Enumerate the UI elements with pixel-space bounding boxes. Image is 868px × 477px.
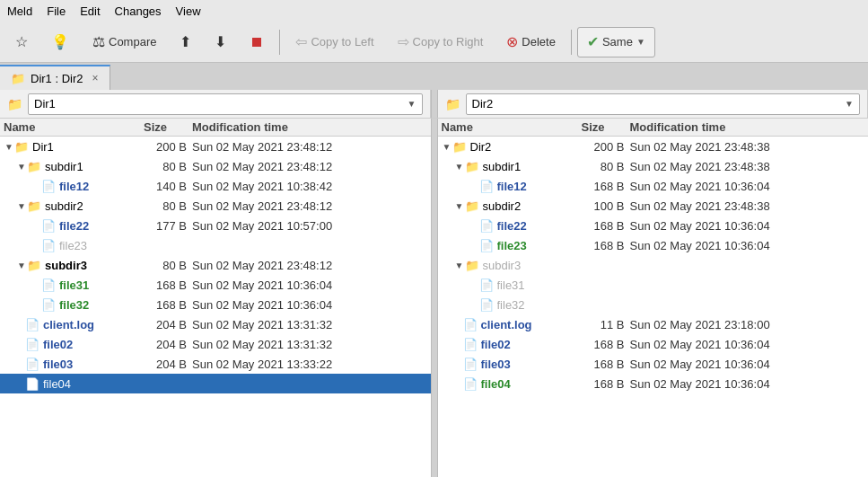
compare-button[interactable]: ⚖ Compare bbox=[83, 27, 166, 57]
file-mtime: Sun 02 May 2021 10:36:04 bbox=[630, 338, 869, 351]
expand-arrow: ▼ bbox=[454, 260, 465, 270]
file-size: 168 B bbox=[582, 219, 630, 233]
file-icon: 📄 bbox=[479, 218, 494, 233]
file-name: client.log bbox=[481, 318, 532, 331]
list-item[interactable]: 📄 file04 bbox=[0, 374, 431, 393]
pane-headers: 📁 Dir1 ▼ 📁 Dir2 ▼ bbox=[0, 90, 868, 119]
menu-file[interactable]: File bbox=[47, 4, 66, 18]
right-file-pane[interactable]: Name Size Modification time ▼ 📁 Dir2 200… bbox=[438, 119, 869, 477]
list-item[interactable]: 📄 file32 bbox=[438, 295, 869, 314]
right-folder-icon: 📁 bbox=[445, 97, 460, 111]
file-name: file31 bbox=[59, 278, 89, 292]
file-name: file32 bbox=[59, 298, 89, 312]
copy-left-button[interactable]: ⇦ Copy to Left bbox=[285, 27, 383, 57]
tab-close-button[interactable]: × bbox=[92, 72, 99, 84]
menu-meld[interactable]: Meld bbox=[7, 4, 32, 18]
file-icon: 📄 bbox=[479, 278, 494, 292]
left-pane-select[interactable]: Dir1 ▼ bbox=[28, 93, 423, 115]
hint-button[interactable]: 💡 bbox=[41, 27, 79, 57]
copy-right-button[interactable]: ⇨ Copy to Right bbox=[388, 27, 494, 57]
expand-arrow bbox=[31, 240, 41, 251]
expand-arrow bbox=[31, 181, 41, 191]
folder-icon: 📁 bbox=[27, 159, 41, 173]
file-icon: 📄 bbox=[25, 317, 39, 331]
expand-arrow bbox=[452, 339, 463, 349]
menu-changes[interactable]: Changes bbox=[115, 4, 162, 18]
list-item[interactable]: 📄 file23 bbox=[0, 235, 431, 255]
same-button[interactable]: ✔ Same ▼ bbox=[577, 27, 655, 57]
list-item[interactable]: ▼ 📁 subdir2 80 B Sun 02 May 2021 23:48:1… bbox=[0, 196, 431, 216]
expand-arrow bbox=[469, 299, 479, 310]
delete-button[interactable]: ⊗ Delete bbox=[496, 27, 566, 57]
list-item[interactable]: 📄 file03 204 B Sun 02 May 2021 13:33:22 bbox=[0, 354, 431, 374]
menu-edit[interactable]: Edit bbox=[80, 4, 100, 18]
left-pane-dropdown-arrow: ▼ bbox=[408, 99, 416, 109]
tabbar: 📁 Dir1 : Dir2 × bbox=[0, 63, 868, 90]
list-item[interactable]: 📄 file02 168 B Sun 02 May 2021 10:36:04 bbox=[438, 334, 869, 354]
right-col-size: Size bbox=[582, 120, 630, 134]
expand-arrow bbox=[31, 279, 41, 290]
file-mtime: Sun 02 May 2021 23:48:12 bbox=[192, 259, 431, 272]
list-item[interactable]: 📄 file23 168 B Sun 02 May 2021 10:36:04 bbox=[438, 235, 869, 255]
file-icon: 📄 bbox=[41, 218, 56, 233]
expand-arrow: ▼ bbox=[4, 141, 14, 152]
expand-arrow bbox=[469, 279, 479, 290]
file-size: 200 B bbox=[144, 140, 192, 154]
tab-dir1-dir2[interactable]: 📁 Dir1 : Dir2 × bbox=[0, 65, 110, 90]
menubar: Meld File Edit Changes View bbox=[0, 0, 868, 22]
file-size: 168 B bbox=[144, 298, 192, 312]
file-size: 204 B bbox=[144, 318, 192, 331]
list-item[interactable]: ▼ 📁 subdir3 80 B Sun 02 May 2021 23:48:1… bbox=[0, 255, 431, 275]
list-item[interactable]: 📄 file22 168 B Sun 02 May 2021 10:36:04 bbox=[438, 216, 869, 235]
expand-arrow: ▼ bbox=[16, 200, 27, 211]
list-item[interactable]: ▼ 📁 Dir2 200 B Sun 02 May 2021 23:48:38 bbox=[438, 137, 869, 156]
list-item[interactable]: ▼ 📁 subdir1 80 B Sun 02 May 2021 23:48:1… bbox=[0, 156, 431, 176]
file-icon: 📄 bbox=[479, 238, 494, 252]
left-file-pane[interactable]: Name Size Modification time ▼ 📁 Dir1 200… bbox=[0, 119, 431, 477]
bookmark-button[interactable]: ☆ bbox=[5, 27, 38, 57]
file-icon: 📄 bbox=[463, 317, 478, 331]
list-item[interactable]: 📄 file31 168 B Sun 02 May 2021 10:36:04 bbox=[0, 275, 431, 295]
pane-header-divider bbox=[431, 90, 438, 118]
list-item[interactable]: ▼ 📁 subdir1 80 B Sun 02 May 2021 23:48:3… bbox=[438, 156, 869, 176]
file-name: Dir2 bbox=[470, 140, 492, 154]
list-item[interactable]: 📄 client.log 204 B Sun 02 May 2021 13:31… bbox=[0, 314, 431, 334]
expand-arrow: ▼ bbox=[16, 260, 27, 270]
list-item[interactable]: 📄 file03 168 B Sun 02 May 2021 10:36:04 bbox=[438, 354, 869, 374]
list-item[interactable]: 📄 file12 140 B Sun 02 May 2021 10:38:42 bbox=[0, 176, 431, 196]
delete-label: Delete bbox=[522, 35, 556, 49]
list-item[interactable]: 📄 file12 168 B Sun 02 May 2021 10:36:04 bbox=[438, 176, 869, 196]
file-name: file31 bbox=[497, 278, 525, 292]
list-item[interactable]: 📄 client.log 11 B Sun 02 May 2021 23:18:… bbox=[438, 314, 869, 334]
file-size: 204 B bbox=[144, 358, 192, 371]
list-item[interactable]: 📄 file02 204 B Sun 02 May 2021 13:31:32 bbox=[0, 334, 431, 354]
list-item[interactable]: 📄 file04 168 B Sun 02 May 2021 10:36:04 bbox=[438, 374, 869, 393]
list-item[interactable]: 📄 file31 bbox=[438, 275, 869, 295]
tab-folder-icon: 📁 bbox=[11, 72, 25, 85]
compare-label: Compare bbox=[109, 35, 156, 49]
file-mtime: Sun 02 May 2021 23:48:38 bbox=[630, 140, 869, 154]
list-item[interactable]: 📄 file32 168 B Sun 02 May 2021 10:36:04 bbox=[0, 295, 431, 314]
file-size: 140 B bbox=[144, 180, 192, 193]
right-pane-select[interactable]: Dir2 ▼ bbox=[466, 93, 861, 115]
copy-right-label: Copy to Right bbox=[413, 35, 484, 49]
file-icon: 📄 bbox=[41, 179, 56, 193]
file-mtime: Sun 02 May 2021 10:36:04 bbox=[630, 219, 869, 233]
right-col-header: Name Size Modification time bbox=[438, 119, 869, 137]
expand-arrow: ▼ bbox=[16, 161, 27, 172]
list-item[interactable]: ▼ 📁 subdir3 bbox=[438, 255, 869, 275]
file-name: file23 bbox=[59, 239, 87, 252]
expand-arrow bbox=[469, 181, 479, 191]
list-item[interactable]: ▼ 📁 Dir1 200 B Sun 02 May 2021 23:48:12 bbox=[0, 137, 431, 156]
menu-view[interactable]: View bbox=[176, 4, 201, 18]
left-col-size: Size bbox=[144, 120, 192, 134]
file-panes: Name Size Modification time ▼ 📁 Dir1 200… bbox=[0, 119, 868, 477]
list-item[interactable]: 📄 file22 177 B Sun 02 May 2021 10:57:00 bbox=[0, 216, 431, 235]
file-mtime: Sun 02 May 2021 10:36:04 bbox=[192, 298, 431, 312]
stop-button[interactable]: ⏹ bbox=[240, 27, 274, 57]
file-mtime: Sun 02 May 2021 10:38:42 bbox=[192, 180, 431, 193]
up-button[interactable]: ⬆ bbox=[170, 27, 201, 57]
tab-label: Dir1 : Dir2 bbox=[31, 72, 83, 85]
list-item[interactable]: ▼ 📁 subdir2 100 B Sun 02 May 2021 23:48:… bbox=[438, 196, 869, 216]
down-button[interactable]: ⬇ bbox=[205, 27, 236, 57]
